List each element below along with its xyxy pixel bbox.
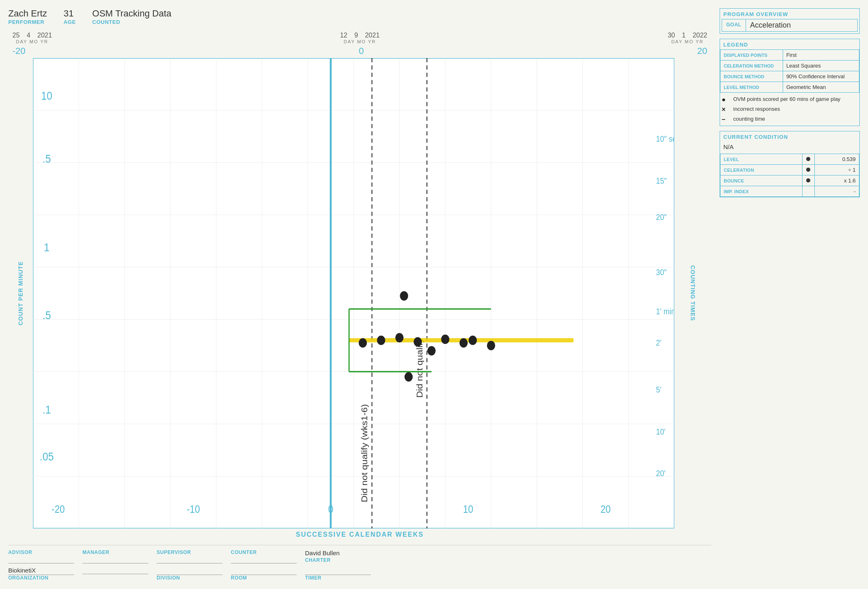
svg-text:-10: -10 [187,503,200,515]
x-top-neg20: -20 [12,46,26,56]
footer-division: DIVISION [157,567,223,581]
condition-row-0: LEVEL 0.539 [720,154,859,165]
x-axis-label-container: SUCCESSIVE CALENDAR WEEKS [8,531,711,538]
footer-supervisor: SUPERVISOR [157,549,223,563]
date-center-labels: DAY MO YR [344,39,376,44]
legend-title: LEGEND [720,39,859,49]
svg-text:.5: .5 [42,152,51,165]
division-value [157,567,223,575]
y-axis-left-label: COUNT PER MINUTE [17,261,24,325]
svg-text:.1: .1 [42,403,51,416]
org-value: BiokinetiX [8,567,74,575]
program-overview-title: PROGRAM OVERVIEW [720,9,859,19]
condition-table: LEVEL 0.539 CELERATION ÷ 1 BOUNCE x 1.6 [720,154,859,197]
condition-dot-0 [802,154,814,165]
svg-point-57 [460,338,468,348]
svg-text:Did not qualify (wks1-6): Did not qualify (wks1-6) [360,404,369,502]
current-condition-title: CURRENT CONDITION [720,131,859,142]
svg-text:2': 2' [656,338,662,347]
condition-dot-3 [802,186,814,197]
legend-item-0: ● OVM points scored per 60 mins of game … [722,96,858,103]
svg-text:10': 10' [656,427,666,436]
svg-point-53 [395,333,404,342]
svg-text:-20: -20 [52,503,65,515]
svg-text:Did not qualify: Did not qualify [415,338,424,398]
svg-point-59 [487,341,495,350]
goal-row: GOAL Acceleration [722,19,858,32]
x-top-20: 20 [697,46,707,56]
legend-row-0: DISPLAYED POINTS First [720,50,859,61]
condition-val-2: x 1.6 [814,175,859,186]
charter-label: CHARTER [305,557,371,563]
chart-header: Zach Ertz PERFORMER 31 AGE OSM Tracking … [8,8,711,28]
counted-value: OSM Tracking Data [92,8,171,19]
svg-text:5': 5' [656,385,662,394]
advisor-value [8,555,74,563]
legend-key-2: BOUNCE METHOD [720,71,783,82]
condition-row-2: BOUNCE x 1.6 [720,175,859,186]
legend-text-0: OVM points scored per 60 mins of game pl… [733,96,840,102]
footer: ADVISOR MANAGER SUPERVISOR COUNTER David [8,545,711,581]
counted-item: OSM Tracking Data COUNTED [92,8,171,25]
footer-charter: David Bullen CHARTER [305,549,371,563]
division-label: DIVISION [157,575,223,581]
svg-text:20": 20" [656,213,667,222]
condition-key-0: LEVEL [720,154,802,165]
timer-label: TIMER [305,575,371,581]
legend-table: DISPLAYED POINTS First CELERATION METHOD… [720,49,859,93]
date-center: 12 9 2021 DAY MO YR [340,32,380,44]
svg-point-55 [427,346,436,355]
svg-text:1' min: 1' min [656,307,674,316]
date-right-value: 30 1 2022 [668,32,707,39]
svg-point-56 [441,334,449,344]
x-axis-label: SUCCESSIVE CALENDAR WEEKS [296,531,424,538]
svg-point-54 [414,337,422,347]
condition-key-2: BOUNCE [720,175,802,186]
svg-point-61 [400,291,408,301]
legend-symbol-1: × [722,106,730,113]
condition-dot-1 [802,165,814,175]
svg-text:10" sec: 10" sec [656,134,674,143]
legend-text-1: incorrect responses [733,106,780,112]
legend-row-2: BOUNCE METHOD 90% Confidence Interval [720,71,859,82]
condition-key-3: IMP. INDEX [720,186,802,197]
condition-val-3: - [814,186,859,197]
footer-manager: MANAGER [82,549,148,563]
legend-item-1: × incorrect responses [722,106,858,113]
legend-key-0: DISPLAYED POINTS [720,50,783,61]
svg-text:10: 10 [463,503,473,515]
x-top-0: 0 [359,46,364,56]
legend-val-1: Least Squares [783,61,859,71]
advisor-label: ADVISOR [8,549,74,555]
footer-advisor: ADVISOR [8,549,74,563]
date-left-labels: DAY MO YR [16,39,49,44]
legend-symbol-2: – [722,116,730,123]
date-right: 30 1 2022 DAY MO YR [668,32,707,44]
condition-val-0: 0.539 [814,154,859,165]
condition-key-1: CELERATION [720,165,802,175]
footer-org: BiokinetiX ORGANIZATION [8,567,74,581]
goal-label: GOAL [722,19,746,31]
date-row: 25 4 2021 DAY MO YR 12 9 2021 DAY MO YR … [8,32,711,44]
dot-symbol-1 [806,168,810,172]
footer-counter: COUNTER [231,549,297,563]
program-overview: PROGRAM OVERVIEW GOAL Acceleration [720,8,860,34]
legend-val-2: 90% Confidence Interval [783,71,859,82]
condition-row-3: IMP. INDEX - [720,186,859,197]
svg-text:1: 1 [44,241,50,254]
right-panel: PROGRAM OVERVIEW GOAL Acceleration LEGEN… [720,8,860,581]
svg-text:20: 20 [601,503,611,515]
supervisor-value [157,555,223,563]
age-label: AGE [63,19,76,25]
svg-point-51 [359,338,367,348]
condition-row-1: CELERATION ÷ 1 [720,165,859,175]
condition-dot-2 [802,175,814,186]
legend-val-0: First [783,50,859,61]
current-condition-panel: CURRENT CONDITION N/A LEVEL 0.539 CELERA… [720,131,860,197]
timer-value [305,567,371,575]
svg-point-58 [469,336,477,345]
legend-text-2: counting time [733,116,765,122]
date-right-labels: DAY MO YR [671,39,704,44]
footer-row-2: BiokinetiX ORGANIZATION DIVISION ROOM TI [8,567,711,581]
legend-row-1: CELERATION METHOD Least Squares [720,61,859,71]
